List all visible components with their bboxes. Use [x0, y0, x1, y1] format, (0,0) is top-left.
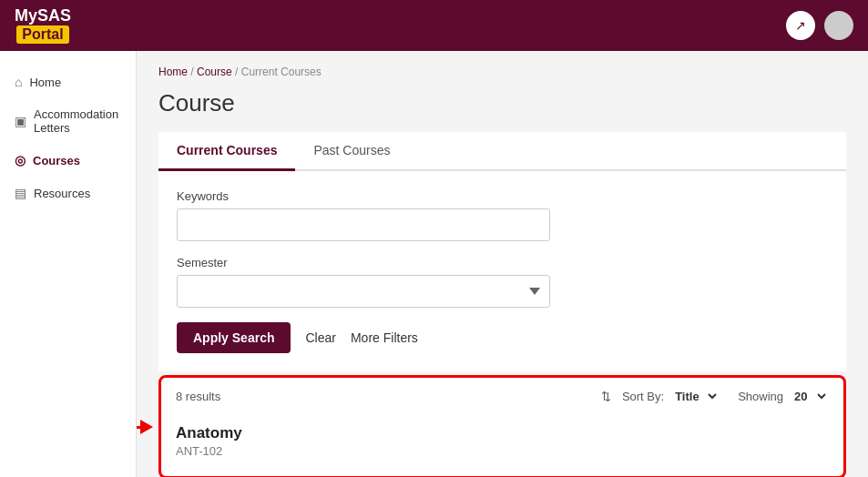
main-layout: ⌂ Home ▣ Accommodation Letters ◎ Courses… — [0, 51, 868, 477]
showing-select[interactable]: 20 50 100 — [791, 389, 829, 404]
tabs-container: Current Courses Past Courses — [158, 132, 846, 171]
course-code: ANT-102 — [176, 444, 829, 458]
sidebar-item-resources-label: Resources — [34, 187, 90, 200]
user-avatar[interactable] — [824, 11, 853, 40]
keywords-input[interactable] — [177, 208, 550, 241]
arrow-head — [140, 420, 153, 434]
accommodation-icon: ▣ — [15, 114, 26, 128]
breadcrumb-current: Current Courses — [241, 66, 322, 78]
more-filters-button[interactable]: More Filters — [351, 330, 418, 345]
header: MySAS Portal ↗ — [0, 0, 868, 51]
logo: MySAS Portal — [15, 7, 71, 44]
keywords-group: Keywords — [177, 189, 828, 241]
breadcrumb-home[interactable]: Home — [158, 66, 188, 78]
sidebar-item-accommodation-label: Accommodation Letters — [34, 107, 121, 135]
showing-label: Showing — [738, 390, 783, 403]
breadcrumb-sep2: / — [235, 66, 241, 78]
sort-by-label: Sort By: — [622, 390, 664, 403]
arrow-annotation — [137, 420, 153, 434]
semester-label: Semester — [177, 256, 828, 269]
results-wrapper: 8 results ⇅ Sort By: Title Code Showing … — [158, 375, 846, 477]
home-icon: ⌂ — [15, 75, 22, 89]
notification-icon[interactable]: ↗ — [786, 11, 815, 40]
sidebar-item-home-label: Home — [29, 76, 61, 89]
clear-button[interactable]: Clear — [305, 330, 335, 345]
resources-icon: ▤ — [15, 186, 26, 200]
search-panel: Keywords Semester Fall 2024 Spring 2024 … — [158, 171, 846, 371]
sort-icon: ⇅ — [601, 390, 611, 403]
sidebar-item-resources[interactable]: ▤ Resources — [0, 177, 136, 209]
sidebar-item-courses-label: Courses — [33, 154, 80, 167]
semester-select[interactable]: Fall 2024 Spring 2024 Summer 2024 — [177, 275, 550, 308]
header-icons: ↗ — [786, 11, 853, 40]
tab-current-courses[interactable]: Current Courses — [158, 132, 295, 171]
page-title: Course — [158, 89, 846, 117]
results-controls: ⇅ Sort By: Title Code Showing 20 50 100 — [601, 389, 829, 404]
search-actions: Apply Search Clear More Filters — [177, 322, 828, 353]
semester-group: Semester Fall 2024 Spring 2024 Summer 20… — [177, 256, 828, 308]
table-row: Anatomy ANT-102 — [176, 417, 829, 465]
sidebar-item-courses[interactable]: ◎ Courses — [0, 144, 136, 177]
results-count: 8 results — [176, 390, 220, 403]
course-title[interactable]: Anatomy — [176, 424, 829, 442]
breadcrumb-course[interactable]: Course — [197, 66, 232, 78]
results-panel: 8 results ⇅ Sort By: Title Code Showing … — [158, 375, 846, 477]
sidebar-item-accommodation-letters[interactable]: ▣ Accommodation Letters — [0, 98, 136, 144]
sort-select[interactable]: Title Code — [671, 389, 720, 404]
apply-search-button[interactable]: Apply Search — [177, 322, 291, 353]
keywords-label: Keywords — [177, 189, 828, 203]
tab-past-courses[interactable]: Past Courses — [295, 132, 408, 171]
sidebar: ⌂ Home ▣ Accommodation Letters ◎ Courses… — [0, 51, 137, 477]
main-content: Home / Course / Current Courses Course C… — [137, 51, 868, 477]
breadcrumb: Home / Course / Current Courses — [158, 66, 846, 78]
sidebar-item-home[interactable]: ⌂ Home — [0, 66, 136, 98]
courses-icon: ◎ — [15, 153, 26, 167]
logo-mysas: MySAS — [15, 7, 71, 25]
logo-portal: Portal — [16, 25, 68, 44]
results-header: 8 results ⇅ Sort By: Title Code Showing … — [176, 389, 829, 404]
